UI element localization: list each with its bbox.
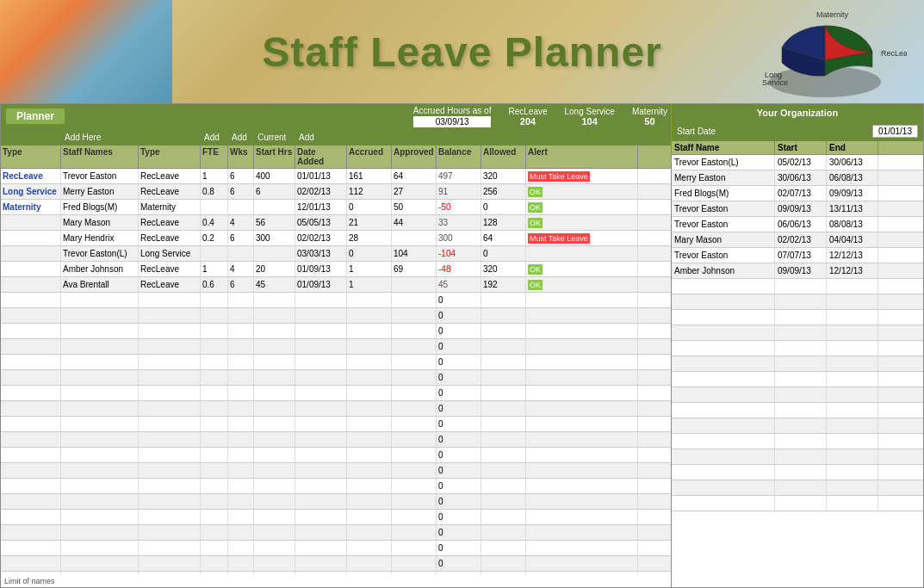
table-row-empty: 0: [1, 401, 671, 417]
table-row: Ava BrentallRecLeave0.664501/09/13145192…: [1, 277, 671, 293]
org-table-row-empty: [672, 496, 923, 511]
table-cell-empty: [201, 541, 228, 555]
table-row-empty: 0: [1, 448, 671, 463]
table-cell-empty: 0: [437, 525, 481, 540]
table-cell-empty: [139, 386, 201, 400]
table-cell: RecLeave: [139, 262, 201, 276]
org-start-row: Start Date 01/01/13: [672, 121, 923, 141]
table-row-empty: 0: [1, 572, 671, 574]
table-cell-empty: [347, 479, 392, 493]
table-cell: RecLeave: [139, 231, 201, 245]
table-cell: [1, 277, 61, 292]
table-cell: OK: [526, 262, 638, 276]
table-cell: [254, 246, 295, 261]
table-cell: 0: [481, 246, 526, 261]
alert-badge: Must Take Leave: [528, 233, 590, 244]
table-cell-empty: [295, 541, 347, 555]
org-table-cell: 06/06/13: [775, 217, 827, 232]
table-cell: Mary Mason: [61, 215, 139, 230]
table-cell-empty: [295, 510, 347, 524]
table-cell-empty: [481, 308, 526, 323]
table-cell-empty: [139, 448, 201, 462]
table-cell-empty: [392, 401, 437, 416]
table-cell: Must Take Leave: [526, 169, 638, 183]
table-cell-empty: [61, 401, 139, 416]
table-cell-empty: [139, 308, 201, 323]
table-cell: [201, 200, 228, 214]
table-cell-empty: [1, 386, 61, 400]
table-cell-empty: 0: [437, 324, 481, 338]
table-cell: 0.4: [201, 215, 228, 230]
org-table-row-empty: [672, 418, 923, 434]
subheader-add-fte: Add: [204, 133, 232, 142]
table-cell: 20: [254, 262, 295, 276]
table-cell: Ava Brentall: [61, 277, 139, 292]
org-table-cell-empty: [672, 310, 775, 325]
table-cell-empty: [392, 308, 437, 323]
table-cell: 02/02/13: [295, 231, 347, 245]
table-cell-empty: [61, 479, 139, 493]
table-cell-empty: [481, 448, 526, 462]
table-cell-empty: [1, 324, 61, 338]
org-table-cell: Trevor Easton(L): [672, 155, 775, 170]
table-cell-empty: [526, 308, 638, 323]
table-row-empty: 0: [1, 386, 671, 401]
table-cell-empty: [254, 463, 295, 478]
col-date-added: Date Added: [295, 145, 347, 168]
table-cell-empty: [526, 432, 638, 447]
table-cell-empty: 0: [437, 401, 481, 416]
org-table-cell: Fred Blogs(M): [672, 186, 775, 201]
org-table-cell-empty: [827, 434, 878, 449]
org-table-cell-empty: [672, 387, 775, 402]
org-table-row: Fred Blogs(M)02/07/1309/09/13: [672, 186, 923, 201]
table-cell-empty: [392, 355, 437, 369]
org-table-row: Mary Mason02/02/1304/04/13: [672, 232, 923, 248]
table-cell-empty: [228, 463, 254, 478]
table-row: MaternityFred Blogs(M)Maternity12/01/130…: [1, 200, 671, 215]
right-panel: Your Organization Start Date 01/01/13 St…: [672, 103, 924, 588]
table-cell-empty: [526, 417, 638, 431]
table-cell-empty: [228, 386, 254, 400]
table-cell-empty: [526, 510, 638, 524]
org-table-row: Amber Johnson09/09/1312/12/13: [672, 263, 923, 279]
org-col-start: Start: [775, 141, 827, 154]
table-cell: 56: [254, 215, 295, 230]
table-cell: 45: [437, 277, 481, 292]
org-table-row-empty: [672, 310, 923, 325]
table-cell-empty: [139, 463, 201, 478]
table-cell-empty: [526, 355, 638, 369]
planner-button[interactable]: Planner: [4, 107, 66, 126]
org-table-cell-empty: [827, 294, 878, 309]
col-staff-names: Staff Names: [61, 145, 139, 168]
col-balance: Balance: [437, 145, 481, 168]
table-cell-empty: [201, 355, 228, 369]
table-cell-empty: 0: [437, 463, 481, 478]
table-cell: 320: [481, 169, 526, 183]
table-cell: OK: [526, 277, 638, 292]
table-cell: Maternity: [1, 200, 61, 214]
org-table-cell-empty: [672, 294, 775, 309]
table-cell-empty: 0: [437, 510, 481, 524]
org-table-cell-empty: [827, 279, 878, 294]
table-cell-empty: [347, 324, 392, 338]
org-table-cell: 09/09/13: [827, 186, 878, 201]
table-cell: 104: [392, 246, 437, 261]
table-cell-empty: [201, 556, 228, 571]
org-table-cell-empty: [775, 356, 827, 371]
table-cell: RecLeave: [139, 215, 201, 230]
table-cell-empty: [526, 494, 638, 509]
accrued-date: 03/09/13: [413, 116, 492, 127]
table-cell-empty: 0: [437, 370, 481, 385]
table-cell-empty: [347, 448, 392, 462]
table-cell-empty: [481, 293, 526, 307]
table-cell-empty: [254, 386, 295, 400]
sub-header: Add Here Add Add Current Add: [1, 128, 671, 145]
table-cell: 21: [347, 215, 392, 230]
table-cell: OK: [526, 200, 638, 214]
table-cell-empty: [1, 572, 61, 574]
table-row-empty: 0: [1, 479, 671, 494]
org-table-cell: Mary Mason: [672, 232, 775, 247]
table-cell: RecLeave: [139, 184, 201, 199]
table-cell-empty: [228, 308, 254, 323]
table-cell: [1, 262, 61, 276]
